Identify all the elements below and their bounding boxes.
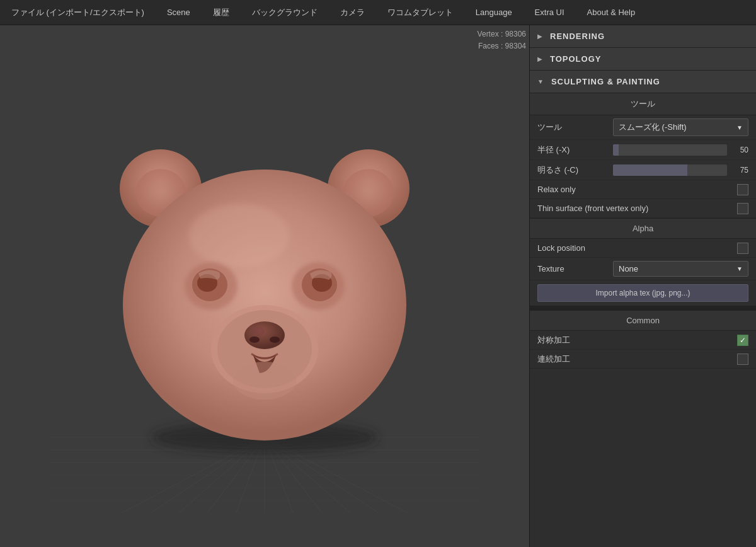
radius-slider-track[interactable] xyxy=(613,144,727,156)
intensity-row: 明るさ (-C) 75 xyxy=(530,160,756,180)
texture-dropdown-arrow-icon: ▼ xyxy=(736,265,743,272)
menu-camera[interactable]: カメラ xyxy=(335,4,370,21)
viewport[interactable]: Vertex : 98306 Faces : 98304 xyxy=(0,25,529,547)
lock-position-label: Lock position xyxy=(537,243,585,253)
continuous-label: 連続加工 xyxy=(537,354,570,365)
bear-render-container xyxy=(0,25,529,547)
lock-position-row: Lock position xyxy=(530,239,756,258)
intensity-slider-wrapper: 75 xyxy=(613,164,748,176)
topology-section-header[interactable]: ▶ TOPOLOGY xyxy=(530,48,756,71)
continuous-checkbox[interactable] xyxy=(737,354,748,365)
intensity-slider-fill xyxy=(613,164,687,176)
svg-point-33 xyxy=(252,327,265,336)
lock-position-checkbox[interactable] xyxy=(737,243,748,254)
svg-point-35 xyxy=(270,337,280,343)
sculpting-arrow-icon: ▼ xyxy=(537,78,544,85)
intensity-slider-track[interactable] xyxy=(613,164,727,176)
topology-arrow-icon: ▶ xyxy=(537,55,542,62)
radius-slider-row: 50 xyxy=(613,144,748,156)
tool-dropdown-arrow-icon: ▼ xyxy=(736,124,743,131)
texture-dropdown-value: None xyxy=(619,264,638,274)
relax-only-row: Relax only xyxy=(530,180,756,199)
right-panel: ▶ RENDERING ▶ TOPOLOGY ▼ SCULPTING & PAI… xyxy=(529,25,756,547)
texture-dropdown-wrapper: None ▼ xyxy=(613,261,748,277)
continuous-row: 連続加工 xyxy=(530,350,756,369)
tool-dropdown[interactable]: スムーズ化 (-Shift) ▼ xyxy=(613,118,748,136)
import-alpha-button[interactable]: Import alpha tex (jpg, png...) xyxy=(537,284,748,302)
rendering-arrow-icon: ▶ xyxy=(537,33,542,40)
tool-sub-header: ツール xyxy=(530,93,756,115)
main-layout: Vertex : 98306 Faces : 98304 xyxy=(0,25,756,547)
thin-surface-label: Thin surface (front vertex only) xyxy=(537,204,648,213)
rendering-title: RENDERING xyxy=(550,32,605,41)
symmetry-checkbox[interactable] xyxy=(737,335,748,346)
radius-slider-value: 50 xyxy=(731,146,748,154)
radius-row: 半径 (-X) 50 xyxy=(530,140,756,160)
tool-dropdown-wrapper: スムーズ化 (-Shift) ▼ xyxy=(613,118,748,136)
relax-only-label: Relax only xyxy=(537,185,576,194)
menu-bar: ファイル (インポート/エクスポート) Scene 履歴 バックグラウンド カメ… xyxy=(0,0,756,25)
common-header: Common xyxy=(530,306,756,331)
radius-label: 半径 (-X) xyxy=(537,144,613,156)
intensity-slider-value: 75 xyxy=(731,166,748,175)
radius-slider-wrapper: 50 xyxy=(613,144,748,156)
menu-language[interactable]: Language xyxy=(471,5,517,20)
svg-point-23 xyxy=(189,204,290,267)
menu-extra-ui[interactable]: Extra UI xyxy=(530,5,570,20)
sculpting-title: SCULPTING & PAINTING xyxy=(551,77,660,86)
symmetry-row: 対称加工 xyxy=(530,331,756,350)
texture-label: Texture xyxy=(537,264,613,274)
symmetry-label: 対称加工 xyxy=(537,335,570,346)
rendering-section-header[interactable]: ▶ RENDERING xyxy=(530,25,756,48)
alpha-header: Alpha xyxy=(530,218,756,239)
sculpting-section-header[interactable]: ▼ SCULPTING & PAINTING xyxy=(530,71,756,93)
thin-surface-checkbox[interactable] xyxy=(737,203,748,214)
tool-label: ツール xyxy=(537,122,613,133)
menu-scene[interactable]: Scene xyxy=(162,5,195,20)
sculpting-panel-content: ツール ツール スムーズ化 (-Shift) ▼ 半径 (-X) xyxy=(530,93,756,369)
svg-point-34 xyxy=(249,337,260,343)
svg-point-36 xyxy=(233,362,296,400)
intensity-label: 明るさ (-C) xyxy=(537,164,613,176)
intensity-slider-row: 75 xyxy=(613,164,748,176)
topology-title: TOPOLOGY xyxy=(550,54,601,64)
menu-history[interactable]: 履歴 xyxy=(208,4,234,21)
svg-point-32 xyxy=(244,321,285,349)
texture-dropdown[interactable]: None ▼ xyxy=(613,261,748,277)
radius-slider-fill xyxy=(613,144,619,156)
menu-wacom[interactable]: ワコムタブレット xyxy=(382,4,458,21)
thin-surface-row: Thin surface (front vertex only) xyxy=(530,199,756,218)
menu-file[interactable]: ファイル (インポート/エクスポート) xyxy=(6,4,149,21)
texture-row: Texture None ▼ xyxy=(530,258,756,280)
tool-dropdown-value: スムーズ化 (-Shift) xyxy=(619,122,687,133)
relax-only-checkbox[interactable] xyxy=(737,184,748,195)
menu-about[interactable]: About & Help xyxy=(582,5,641,20)
tool-row: ツール スムーズ化 (-Shift) ▼ xyxy=(530,115,756,140)
bear-svg xyxy=(50,59,479,513)
menu-background[interactable]: バックグラウンド xyxy=(247,4,323,21)
